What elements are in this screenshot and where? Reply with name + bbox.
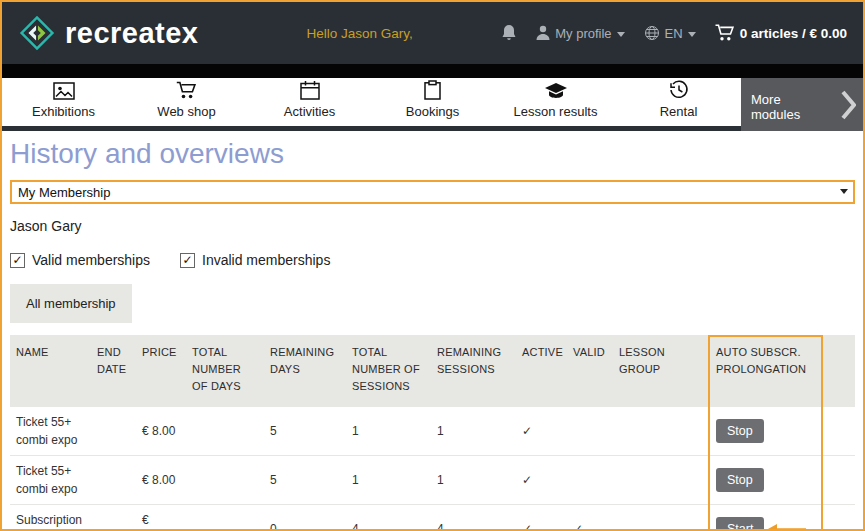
cell-price: € 150.00 <box>136 505 186 531</box>
filter-invalid-memberships[interactable]: Invalid memberships <box>180 252 330 268</box>
cell-action: Stop <box>710 462 820 498</box>
checkbox-checked-icon[interactable] <box>180 253 195 268</box>
cell-active-checkmark: ✓ <box>516 465 567 495</box>
cell-total-days <box>186 523 264 531</box>
table-row: Ticket 55+ combi expo € 8.00 5 1 1 ✓ Sto… <box>10 456 855 505</box>
nav-label: Exhibitions <box>32 104 95 119</box>
col-header-remaining-sessions: REMAINING SESSIONS <box>431 335 516 387</box>
person-icon <box>536 25 550 41</box>
my-profile-menu[interactable]: My profile <box>536 25 624 41</box>
cell-price: € 8.00 <box>136 416 186 446</box>
cell-remaining-sessions: 1 <box>431 465 516 495</box>
greeting-text: Hello Jason Gary, <box>307 26 413 41</box>
col-header-total-days: TOTAL NUMBER OF DAYS <box>186 335 264 404</box>
graduation-cap-icon <box>544 82 568 100</box>
nav-item-exhibitions[interactable]: Exhibitions <box>2 78 125 126</box>
overview-select-wrap: My Membership <box>10 180 855 204</box>
user-name: Jason Gary <box>10 218 855 234</box>
cell-remaining-sessions: 1 <box>431 416 516 446</box>
cell-lesson-group <box>613 474 710 486</box>
filter-valid-memberships[interactable]: Valid memberships <box>10 252 150 268</box>
cell-total-sessions: 1 <box>346 465 431 495</box>
cell-remaining-sessions: 4 <box>431 514 516 531</box>
membership-table: NAME END DATE PRICE TOTAL NUMBER OF DAYS… <box>10 335 855 531</box>
cell-price: € 8.00 <box>136 465 186 495</box>
recreatex-logo[interactable]: recreatex <box>18 14 199 52</box>
recreatex-diamond-icon <box>18 14 56 52</box>
nav-item-lesson-results[interactable]: Lesson results <box>494 78 617 126</box>
my-profile-label: My profile <box>555 26 611 41</box>
header-divider <box>2 64 863 78</box>
clipboard-icon <box>424 80 441 100</box>
cell-end-date <box>91 425 136 437</box>
nav-item-web-shop[interactable]: Web shop <box>125 78 248 126</box>
more-modules-button[interactable]: More modules <box>741 78 863 131</box>
start-button[interactable]: Start <box>716 517 764 531</box>
nav-label: Activities <box>284 104 335 119</box>
globe-icon <box>644 25 660 41</box>
stop-button[interactable]: Stop <box>716 419 764 443</box>
checkbox-checked-icon[interactable] <box>10 253 25 268</box>
cell-remaining-days: 5 <box>264 416 346 446</box>
more-modules-label: More modules <box>751 92 833 122</box>
cart-summary[interactable]: 0 articles / € 0.00 <box>715 24 847 42</box>
cell-active-checkmark: ✓ <box>516 416 567 446</box>
cell-action: Start <box>710 511 820 531</box>
col-header-lesson-group: LESSON GROUP <box>613 335 710 387</box>
logo-wordmark: recreatex <box>65 17 199 50</box>
table-row: Subscription Year € 150.00 0 4 4 ✓ ✓ Sta… <box>10 505 855 531</box>
cell-lesson-group <box>613 523 710 531</box>
table-header-row: NAME END DATE PRICE TOTAL NUMBER OF DAYS… <box>10 335 855 407</box>
cell-valid-checkmark: ✓ <box>567 514 613 531</box>
nav-label: Rental <box>660 104 698 119</box>
overview-select[interactable]: My Membership <box>10 180 855 204</box>
cell-end-date <box>91 523 136 531</box>
chevron-down-icon <box>617 32 625 37</box>
nav-label: Lesson results <box>514 104 598 119</box>
filter-label: Valid memberships <box>32 252 150 268</box>
cell-action: Stop <box>710 413 820 449</box>
cell-name: Ticket 55+ combi expo <box>10 456 91 504</box>
col-header-price: PRICE <box>136 335 186 370</box>
cell-active-checkmark: ✓ <box>516 514 567 531</box>
cell-remaining-days: 0 <box>264 514 346 531</box>
table-row: Ticket 55+ combi expo € 8.00 5 1 1 ✓ Sto… <box>10 407 855 456</box>
nav-item-rental[interactable]: Rental <box>617 78 740 126</box>
chevron-down-icon <box>688 32 696 37</box>
col-header-auto-prolongation: AUTO SUBSCR. PROLONGATION <box>710 335 820 387</box>
stop-button[interactable]: Stop <box>716 468 764 492</box>
col-header-active: ACTIVE <box>516 335 567 370</box>
cart-icon <box>715 24 735 42</box>
cell-name: Ticket 55+ combi expo <box>10 407 91 455</box>
picture-icon <box>53 82 75 100</box>
language-selector[interactable]: EN <box>644 25 696 41</box>
cell-name: Subscription Year <box>10 505 91 531</box>
cart-icon <box>176 81 197 100</box>
col-header-valid: VALID <box>567 335 613 370</box>
membership-filters: Valid memberships Invalid memberships <box>10 252 855 268</box>
nav-label: Web shop <box>157 104 215 119</box>
cell-remaining-days: 5 <box>264 465 346 495</box>
cell-valid-checkmark <box>567 425 613 437</box>
chevron-right-icon <box>841 90 856 120</box>
col-header-remaining-days: REMAINING DAYS <box>264 335 346 387</box>
calendar-icon <box>300 80 320 100</box>
cell-total-sessions: 4 <box>346 514 431 531</box>
notifications-bell-icon[interactable] <box>501 24 517 42</box>
tab-all-membership[interactable]: All membership <box>10 284 132 323</box>
top-header: recreatex Hello Jason Gary, My profile E… <box>2 2 863 64</box>
nav-label: Bookings <box>406 104 459 119</box>
nav-item-activities[interactable]: Activities <box>248 78 371 126</box>
annotation-arrow-left-icon <box>767 523 807 531</box>
cell-end-date <box>91 474 136 486</box>
col-header-end-date: END DATE <box>91 335 136 387</box>
filter-label: Invalid memberships <box>202 252 330 268</box>
module-nav: Exhibitions Web shop Activities Bookings… <box>2 78 863 131</box>
col-header-name: NAME <box>10 335 91 370</box>
nav-item-bookings[interactable]: Bookings <box>371 78 494 126</box>
cell-total-days <box>186 425 264 437</box>
cell-valid-checkmark <box>567 474 613 486</box>
cell-total-days <box>186 474 264 486</box>
app-window: recreatex Hello Jason Gary, My profile E… <box>0 0 865 531</box>
cell-total-sessions: 1 <box>346 416 431 446</box>
